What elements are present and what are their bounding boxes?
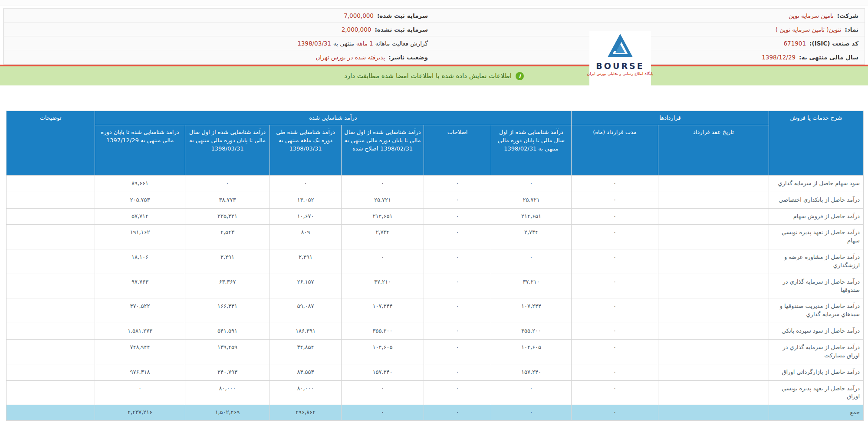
cell-rev-0331-ytd: ۰ bbox=[185, 175, 270, 192]
cell-rev-1month: ۸۰۹ bbox=[270, 225, 341, 249]
row-label: درآمد حاصل از تعهد پذيره نويسي اوراق bbox=[769, 380, 864, 405]
row-label: جمع bbox=[769, 405, 864, 421]
fiscal-year-value: 1398/12/29 bbox=[762, 54, 796, 61]
cell-rev-1month: ۳۴,۸۵۴ bbox=[270, 339, 341, 364]
cell-rev-1month: ۵۹,۰۸۷ bbox=[270, 298, 341, 323]
column-header-rev-ytd-139803: درآمد شناسایی شده از اول سال مالی تا پای… bbox=[185, 125, 270, 175]
info-icon: i bbox=[516, 72, 524, 80]
cell-amendments: ۰ bbox=[424, 364, 491, 380]
table-row: درآمد حاصل از تعهد پذيره نويسي سهام۰۲,۷۳… bbox=[6, 225, 863, 249]
top-strip bbox=[0, 0, 868, 6]
cell-contract-months: ۰ bbox=[571, 339, 658, 364]
cell-notes bbox=[6, 380, 95, 405]
cell-rev-0331-ytd: ۱۶۶,۳۳۱ bbox=[185, 298, 270, 323]
cell-contract-months: ۰ bbox=[571, 364, 658, 380]
cell-rev-1month: ۴۹۶,۸۶۴ bbox=[270, 405, 341, 421]
cell-rev-0331-ytd: ۱,۵۰۲,۴۶۹ bbox=[185, 405, 270, 421]
cell-rev-0331-ytd: ۶۳,۳۶۷ bbox=[185, 274, 270, 298]
bourse-logo[interactable]: BOURSE پایگاه اطلاع رسانی و تحلیلی بورس … bbox=[589, 31, 651, 89]
company-label: شرکت: bbox=[837, 12, 858, 19]
notice-text: اطلاعات نمایش داده شده با اطلاعات امضا ش… bbox=[344, 72, 512, 80]
cell-contract-date bbox=[658, 249, 769, 274]
cell-notes bbox=[6, 249, 95, 274]
cell-rev-0331-ytd: ۴,۵۴۳ bbox=[185, 225, 270, 249]
cell-contract-months: ۰ bbox=[571, 249, 658, 274]
cell-rev-0331-ytd: ۱۳۹,۴۵۹ bbox=[185, 339, 270, 364]
fiscal-year-label: سال مالی منتهی به: bbox=[799, 54, 858, 61]
issuer-status-label: وضعیت ناشر: bbox=[388, 54, 428, 61]
table-row: درآمد حاصل از بانکداري اختصاصي۰۲۵,۷۲۱۰۲۵… bbox=[6, 192, 863, 208]
table-row: درآمد حاصل از سرمايه گذاري در صندوقها۰۳۷… bbox=[6, 274, 863, 298]
cell-rev-971229: ۵۷,۷۱۴ bbox=[95, 208, 185, 225]
cell-contract-date bbox=[658, 339, 769, 364]
cell-rev-971229: ۴,۴۳۷,۲۱۶ bbox=[95, 405, 185, 421]
signed-info-notice-bar: i اطلاعات نمایش داده شده با اطلاعات امضا… bbox=[0, 66, 868, 85]
cell-notes bbox=[6, 175, 95, 192]
registered-capital-label: سرمایه ثبت شده: bbox=[377, 12, 428, 19]
table-row: درآمد حاصل از مديريت صندوقها و سبدهاي سر… bbox=[6, 298, 863, 323]
cell-contract-date bbox=[658, 298, 769, 323]
unregistered-capital-value: 2,000,000 bbox=[342, 26, 372, 33]
info-row-unregistered-capital: سرمایه ثبت نشده: 2,000,000 bbox=[4, 23, 434, 36]
cell-notes bbox=[6, 405, 95, 421]
cell-rev-0231: ۰ bbox=[491, 249, 571, 274]
cell-rev-0231-corrected: ۲,۷۳۴ bbox=[341, 225, 424, 249]
info-row-company: شرکت: تامین سرمایه نوین bbox=[434, 9, 865, 23]
cell-contract-months: ۰ bbox=[571, 298, 658, 323]
cell-notes bbox=[6, 339, 95, 364]
company-value: تامین سرمایه نوین bbox=[789, 12, 834, 19]
cell-notes bbox=[6, 208, 95, 225]
table-row: سود سهام حاصل از سرمايه گذاري۰۰۰۰۰۰۸۹,۶۶… bbox=[6, 175, 863, 192]
cell-rev-0231-corrected: ۳۷,۲۱۰ bbox=[341, 274, 424, 298]
table-row: درآمد حاصل از تعهد پذيره نويسي اوراق۰۰۰۰… bbox=[6, 380, 863, 405]
cell-contract-date bbox=[658, 405, 769, 421]
info-left-column: سرمایه ثبت شده: 7,000,000 سرمایه ثبت نشد… bbox=[3, 9, 434, 64]
cell-contract-months: ۰ bbox=[571, 323, 658, 340]
info-row-issuer-status: وضعیت ناشر: پذیرفته شده در بورس تهران bbox=[4, 50, 434, 64]
cell-rev-0231: ۳۷,۲۱۰ bbox=[491, 274, 571, 298]
table-row: درآمد حاصل از مشاوره عرضه و ارزشگذاري۰۰۰… bbox=[6, 249, 863, 274]
cell-contract-months: ۰ bbox=[571, 208, 658, 225]
cell-amendments: ۰ bbox=[424, 323, 491, 340]
cell-contract-months: ۰ bbox=[571, 274, 658, 298]
cell-rev-0231: ۲,۷۳۴ bbox=[491, 225, 571, 249]
cell-rev-0331-ytd: ۲۴۰,۷۹۳ bbox=[185, 364, 270, 380]
report-title-period: 1 ماهه bbox=[356, 40, 373, 47]
cell-amendments: ۰ bbox=[424, 298, 491, 323]
cell-contract-months: ۰ bbox=[571, 175, 658, 192]
cell-contract-months: ۰ bbox=[571, 380, 658, 405]
cell-rev-971229: ۲۰۵,۷۵۳ bbox=[95, 192, 185, 208]
cell-rev-0231: ۱۰۷,۲۴۴ bbox=[491, 298, 571, 323]
cell-contract-date bbox=[658, 323, 769, 340]
column-header-services: شرح خدمات یا فروش bbox=[769, 111, 864, 176]
cell-rev-0231-corrected: ۰ bbox=[341, 405, 424, 421]
column-header-rev-to-139802: درآمد شناسایی شده از اول سال مالی تا پای… bbox=[491, 125, 571, 175]
company-info-panel: شرکت: تامین سرمایه نوین نماد: تنوین( تام… bbox=[3, 8, 865, 65]
cell-notes bbox=[6, 323, 95, 340]
codal-report-page: { "colors": { "header_blue": "#1b80c4", … bbox=[0, 0, 868, 422]
cell-rev-0331-ytd: ۸۰,۰۰۰ bbox=[185, 380, 270, 405]
info-row-registered-capital: سرمایه ثبت شده: 7,000,000 bbox=[4, 9, 434, 23]
row-label: سود سهام حاصل از سرمايه گذاري bbox=[769, 175, 864, 192]
cell-contract-months: ۰ bbox=[571, 192, 658, 208]
cell-amendments: ۰ bbox=[424, 192, 491, 208]
cell-rev-1month: ۰ bbox=[270, 175, 341, 192]
column-header-contract-months: مدت قرارداد (ماه) bbox=[571, 125, 658, 175]
total-row: جمع۰۰۰۰۴۹۶,۸۶۴۱,۵۰۲,۴۶۹۴,۴۳۷,۲۱۶ bbox=[6, 405, 863, 421]
report-title-date: 1398/03/31 bbox=[297, 40, 331, 47]
isic-value: 671901 bbox=[784, 40, 806, 47]
cell-rev-0231-corrected: ۲۵,۷۲۱ bbox=[341, 192, 424, 208]
table-row: درآمد حاصل از سرمايه گذاري در اوراق مشار… bbox=[6, 339, 863, 364]
revenue-report-table: شرح خدمات یا فروش قراردادها درآمد شناسای… bbox=[6, 111, 864, 421]
column-header-rev-to-139712: درامد شناسایی شده تا پایان دوره مالی منت… bbox=[95, 125, 185, 175]
cell-rev-0231-corrected: ۱۵۷,۲۴۰ bbox=[341, 364, 424, 380]
column-header-amendments: اصلاحات bbox=[424, 125, 491, 175]
row-label: درآمد حاصل از بانکداري اختصاصي bbox=[769, 192, 864, 208]
cell-rev-971229: ۷۴۸,۹۴۴ bbox=[95, 339, 185, 364]
cell-rev-971229: ۱۸,۱۰۶ bbox=[95, 249, 185, 274]
table-sub-header-row: تاریخ عقد قرارداد مدت قرارداد (ماه) درآم… bbox=[6, 125, 863, 175]
column-header-rev-to-139802-corrected: درآمد شناسایی شده از اول سال مالی تا پای… bbox=[341, 125, 424, 175]
cell-contract-months: ۰ bbox=[571, 225, 658, 249]
row-label: درآمد حاصل از سرمايه گذاري در اوراق مشار… bbox=[769, 339, 864, 364]
cell-rev-1month: ۱۸۶,۳۹۱ bbox=[270, 323, 341, 340]
